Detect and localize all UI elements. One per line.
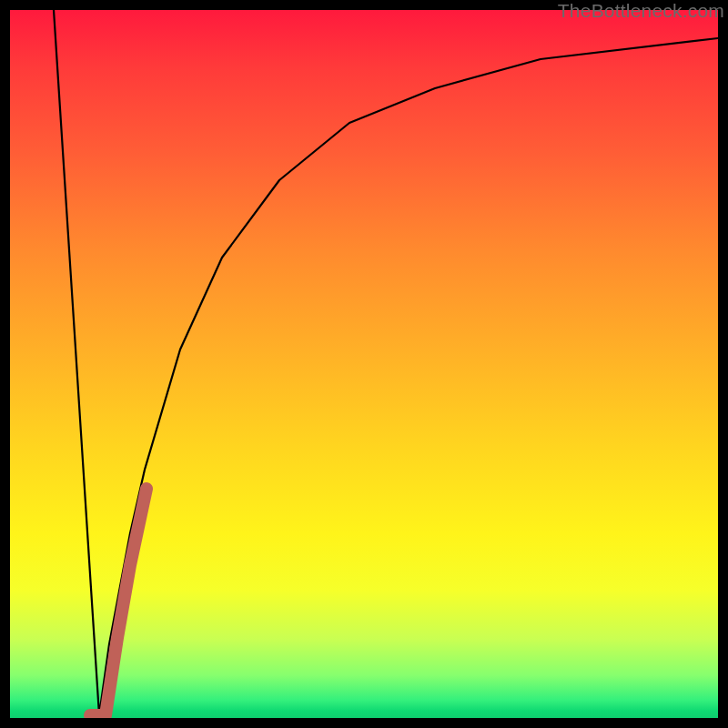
watermark-text: TheBottleneck.com [558,0,724,22]
highlight-segment-path [90,489,147,715]
chart-svg [10,10,718,718]
chart-plot-area: TheBottleneck.com [10,10,718,718]
bottleneck-curve-path [54,10,718,715]
